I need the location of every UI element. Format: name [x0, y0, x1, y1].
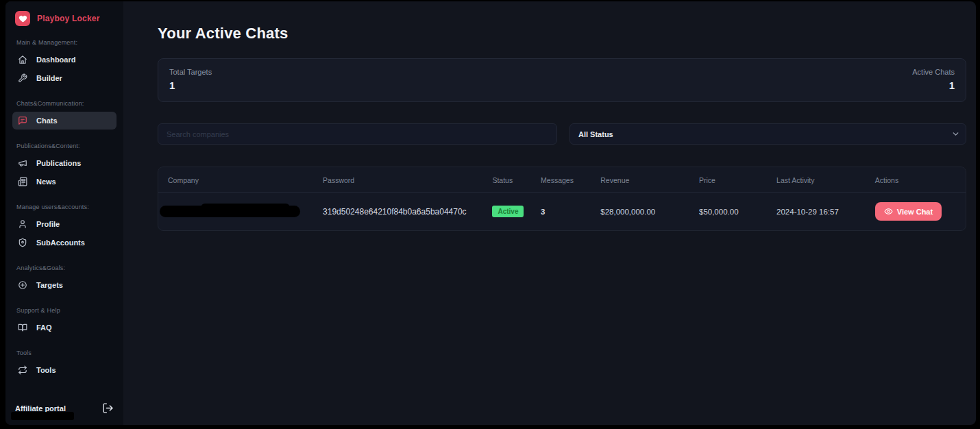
- sidebar-item-label: Publications: [36, 159, 81, 167]
- sidebar-item-subaccounts[interactable]: SubAccounts: [12, 234, 117, 252]
- sidebar-item-label: Targets: [36, 281, 63, 289]
- sidebar-footer: Affiliate portal: [15, 402, 114, 414]
- sidebar-item-label: Builder: [36, 74, 62, 82]
- logout-icon[interactable]: [102, 402, 114, 414]
- chats-table-card: Company Password Status Messages Revenue…: [158, 167, 966, 231]
- sidebar-item-dashboard[interactable]: Dashboard: [12, 51, 117, 69]
- sidebar-section-label: Support & Help: [16, 307, 117, 314]
- company-cell: [158, 193, 317, 231]
- home-icon: [18, 55, 27, 64]
- sidebar-section-label: Manage users&accounts:: [16, 204, 117, 210]
- active-chats-label: Active Chats: [912, 68, 955, 76]
- eye-icon: [884, 207, 893, 216]
- main-content: Your Active Chats Total Targets 1 Active…: [123, 1, 976, 425]
- status-select-value: All Status: [578, 130, 613, 138]
- messages-cell: 3: [535, 193, 595, 231]
- sidebar: Playboy Locker Main & Management: Dashbo…: [5, 1, 123, 425]
- sidebar-section-label: Publications&Content:: [16, 143, 117, 149]
- status-badge: Active: [492, 206, 524, 217]
- sidebar-item-label: FAQ: [36, 323, 52, 332]
- sidebar-item-label: Chats: [36, 117, 58, 125]
- view-chat-label: View Chat: [897, 208, 933, 216]
- column-header-last-activity: Last Activity: [771, 167, 870, 193]
- search-input[interactable]: [158, 123, 557, 145]
- table-row: 319d50248e64210f84b0a6a5ba04470c Active …: [158, 193, 966, 231]
- active-chats-value: 1: [912, 79, 955, 91]
- sidebar-item-news[interactable]: News: [12, 173, 117, 191]
- actions-cell: View Chat: [870, 193, 966, 231]
- price-cell: $50,000.00: [694, 193, 771, 231]
- sidebar-section-label: Chats&Communication:: [16, 100, 117, 107]
- sidebar-item-builder[interactable]: Builder: [12, 69, 117, 87]
- column-header-price: Price: [694, 167, 771, 193]
- column-header-password: Password: [317, 167, 487, 193]
- active-chats-stat: Active Chats 1: [912, 68, 955, 93]
- sidebar-item-label: News: [36, 177, 56, 186]
- shield-icon: [18, 238, 27, 247]
- sidebar-section-label: Main & Management:: [16, 39, 117, 46]
- brand-name: Playboy Locker: [37, 14, 100, 23]
- redacted-text: [11, 412, 74, 420]
- newspaper-icon: [18, 177, 27, 186]
- brand: Playboy Locker: [12, 11, 117, 26]
- total-targets-label: Total Targets: [169, 68, 212, 76]
- page-title: Your Active Chats: [158, 25, 966, 42]
- book-icon: [18, 323, 27, 332]
- status-cell: Active: [487, 193, 535, 231]
- table-header-row: Company Password Status Messages Revenue…: [158, 167, 966, 193]
- redacted-company: [160, 206, 300, 217]
- sidebar-item-chats[interactable]: Chats: [12, 112, 117, 130]
- sidebar-item-label: SubAccounts: [36, 238, 85, 247]
- wrench-icon: [18, 73, 27, 83]
- sidebar-item-profile[interactable]: Profile: [12, 215, 117, 233]
- total-targets-value: 1: [169, 79, 212, 91]
- view-chat-button[interactable]: View Chat: [875, 202, 942, 221]
- column-header-revenue: Revenue: [595, 167, 694, 193]
- stats-card: Total Targets 1 Active Chats 1: [158, 58, 966, 102]
- user-icon: [18, 219, 27, 229]
- total-targets-stat: Total Targets 1: [169, 68, 212, 93]
- sidebar-item-label: Profile: [36, 220, 60, 228]
- status-select[interactable]: All Status: [569, 123, 966, 145]
- sidebar-section-label: Tools: [16, 350, 117, 356]
- chats-table: Company Password Status Messages Revenue…: [158, 167, 966, 230]
- column-header-status: Status: [487, 167, 535, 193]
- password-cell: 319d50248e64210f84b0a6a5ba04470c: [317, 193, 487, 231]
- column-header-company: Company: [158, 167, 317, 193]
- sidebar-item-tools[interactable]: Tools: [12, 361, 117, 379]
- sidebar-item-publications[interactable]: Publications: [12, 154, 117, 172]
- filters-bar: All Status: [158, 123, 966, 145]
- megaphone-icon: [18, 158, 27, 168]
- affiliate-portal-link[interactable]: Affiliate portal: [15, 404, 66, 413]
- column-header-actions: Actions: [870, 167, 966, 193]
- repeat-icon: [18, 365, 27, 375]
- chevron-down-icon: [951, 130, 960, 138]
- sidebar-section-label: Analytics&Goals:: [16, 265, 117, 271]
- heart-icon: [15, 11, 30, 26]
- chat-icon: [18, 116, 27, 125]
- target-icon: [18, 280, 27, 290]
- sidebar-item-faq[interactable]: FAQ: [12, 319, 117, 336]
- last-activity-cell: 2024-10-29 16:57: [771, 193, 870, 231]
- sidebar-item-label: Dashboard: [36, 56, 75, 64]
- sidebar-item-targets[interactable]: Targets: [12, 276, 117, 294]
- sidebar-item-label: Tools: [36, 366, 56, 374]
- column-header-messages: Messages: [535, 167, 595, 193]
- app-window: Playboy Locker Main & Management: Dashbo…: [5, 1, 976, 425]
- revenue-cell: $28,000,000.00: [595, 193, 694, 231]
